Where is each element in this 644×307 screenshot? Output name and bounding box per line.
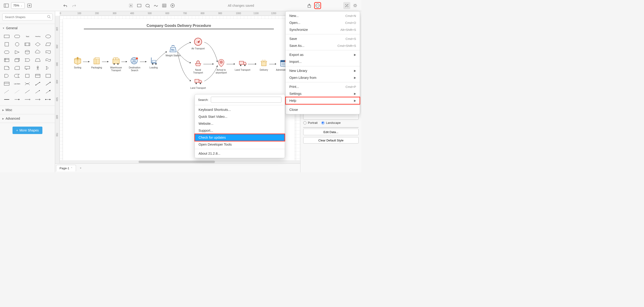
help-item-open-developer-tools[interactable]: Open Developer Tools [195,141,285,148]
page-tab-1[interactable]: Page-1 ⌃ [56,165,76,171]
shape-step[interactable] [23,57,32,63]
search-shapes-input[interactable] [2,14,52,21]
shape-conn-1[interactable] [2,96,11,103]
section-advanced[interactable]: ▶ Advanced [0,115,55,122]
menu-item-save-as-[interactable]: Save As...Cmd+Shift+S [286,42,360,49]
help-item-website-[interactable]: Website... [195,120,285,127]
shape-cube[interactable] [13,57,22,63]
shape-arrow-solid[interactable] [44,88,52,95]
shape-parallelogram[interactable] [44,41,52,48]
menu-item-close[interactable]: Close [286,106,360,113]
shape-conn-4[interactable] [33,96,42,103]
menu-item-new-[interactable]: New...Cmd+N [286,12,360,19]
freehand-tool-icon[interactable] [152,2,160,9]
toggle-sidebar-icon[interactable] [3,2,10,9]
shape-heading[interactable]: Heading [33,33,42,40]
edit-data-button[interactable]: Edit Data... [303,129,358,135]
shape-card[interactable] [13,65,22,71]
shape-actor[interactable] [33,65,42,71]
shape-and[interactable] [2,73,11,79]
menu-item-synchronize[interactable]: SynchronizeAlt+Shift+S [286,26,360,33]
more-shapes-button[interactable]: + More Shapes [12,127,42,134]
shape-ellipse[interactable] [44,33,52,40]
add-page-button[interactable]: + [77,165,84,171]
node-land2[interactable]: Land Transport [234,59,251,71]
clear-style-button[interactable]: Clear Default Style [303,137,358,144]
help-item-keyboard-shortcuts-[interactable]: Keyboard Shortcuts... [195,106,285,113]
shape-conn-2[interactable] [13,96,22,103]
shape-diamond[interactable] [33,41,42,48]
shape-conn-3[interactable] [23,96,32,103]
menu-item-open-[interactable]: Open...Cmd+O [286,19,360,26]
node-sorting[interactable]: Sorting [70,56,86,69]
shape-window[interactable] [33,73,42,79]
menu-item-open-library-from[interactable]: Open Library from▶ [286,74,360,81]
node-destsearch[interactable]: Destination Search [126,56,143,72]
shape-circle[interactable] [13,41,22,48]
shape-data-storage[interactable] [13,73,22,79]
search-shapes-field[interactable] [5,15,46,19]
menu-item-settings[interactable]: Settings▶ [286,90,360,97]
node-arrival[interactable]: Arrival to airport/port [213,59,229,74]
shape-hexagon[interactable] [2,49,11,55]
help-item-about-[interactable]: About 21.2.8... [195,150,285,157]
shape-trapezoid[interactable] [33,57,42,63]
shape-internal-storage[interactable] [2,57,11,63]
tools-icon[interactable] [343,2,350,9]
node-loading[interactable]: Loading [146,56,162,69]
shape-container-sq[interactable] [23,73,32,79]
zoom-add-button[interactable] [26,2,33,9]
shape-callout[interactable] [23,65,32,71]
share-icon[interactable] [306,2,313,9]
shape-rounded-rect[interactable] [13,33,22,40]
shape-text[interactable]: Text [23,33,32,40]
node-naval[interactable]: Naval Transport [190,59,206,74]
orientation-landscape[interactable]: Landscape [321,121,341,125]
shape-cylinder[interactable] [23,49,32,55]
section-general[interactable]: ▼ General [0,25,55,31]
shape-line-dashed[interactable] [2,88,11,95]
help-search-input[interactable] [211,97,282,103]
undo-button[interactable] [62,2,69,9]
menu-item-new-library[interactable]: New Library▶ [286,67,360,74]
shape-tape[interactable] [44,57,52,63]
menu-item-help[interactable]: Help▶ [286,97,360,104]
node-air[interactable]: Air Transport [190,37,206,50]
zoom-select[interactable]: 75% ⌄ [11,2,24,9]
table-tool-icon[interactable] [161,2,168,9]
node-packaging[interactable]: Packaging [88,56,105,69]
shape-arrow-thin[interactable] [33,88,42,95]
menu-item-print-[interactable]: Print...Cmd+P [286,83,360,90]
diagram-title[interactable]: Company Goods Delivery Procedure [63,24,295,28]
section-misc[interactable]: ▶ Misc [0,107,55,113]
shape-note[interactable] [2,65,11,71]
shape-line-dotted[interactable] [13,88,22,95]
node-land1[interactable]: Land Transport [190,77,206,90]
help-item-support-[interactable]: Support... [195,127,285,134]
horizontal-scrollbar[interactable] [60,160,300,163]
shape-rect[interactable] [2,33,11,40]
shape-conn-5[interactable] [44,96,52,103]
shape-curve[interactable] [23,81,32,87]
shape-list[interactable] [2,81,11,87]
redo-button[interactable] [70,2,77,9]
shape-document[interactable] [44,49,52,55]
shape-triangle[interactable] [13,49,22,55]
shape-list-item[interactable]: List Item [13,81,22,87]
node-warehouse[interactable]: Warehouse Transport [108,56,124,72]
shape-or[interactable] [44,65,52,71]
shape-process[interactable] [23,41,32,48]
shape-frame[interactable] [44,73,52,79]
theme-icon[interactable] [352,2,358,9]
orientation-portrait[interactable]: Portrait [303,121,318,125]
shape-cloud[interactable] [33,49,42,55]
node-weight[interactable]: lbs. Weight Station [165,44,181,57]
help-item-quick-start-video-[interactable]: Quick Start Video... [195,113,285,120]
node-delivery[interactable]: Delivery [256,59,272,71]
scrollbar-thumb[interactable] [138,161,215,163]
plus-tool-icon[interactable] [169,2,176,9]
menu-item-export-as[interactable]: Export as▶ [286,51,360,58]
rectangle-tool-icon[interactable] [136,2,143,9]
menu-item-save[interactable]: SaveCmd+S [286,35,360,42]
shape-arrow-open[interactable] [44,81,52,87]
